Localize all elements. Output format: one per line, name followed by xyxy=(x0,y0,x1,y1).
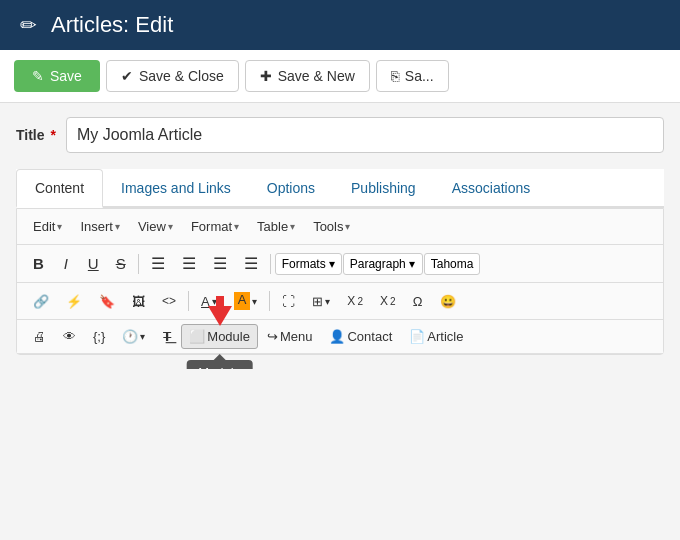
font-dropdown[interactable]: Tahoma xyxy=(424,253,481,275)
preview-button[interactable]: 👁 xyxy=(55,324,84,349)
tab-images-links[interactable]: Images and Links xyxy=(103,169,249,208)
menu-tools[interactable]: Tools ▾ xyxy=(305,215,358,238)
editor-toolbar-1: B I U S ☰ ☰ ☰ ☰ Formats ▾ Paragraph ▾ Ta… xyxy=(17,245,663,283)
content-area: Title * Content Images and Links Options… xyxy=(0,103,680,369)
tab-options[interactable]: Options xyxy=(249,169,333,208)
clear-format-button[interactable]: T͟ xyxy=(154,325,180,349)
save-new-button[interactable]: ✚ Save & New xyxy=(245,60,370,92)
title-label: Title * xyxy=(16,127,56,143)
superscript-button[interactable]: X2 xyxy=(372,289,404,313)
toolbar-separator-1 xyxy=(138,254,139,274)
menu-insert-icon: ↪ xyxy=(267,329,278,344)
plus-icon: ✚ xyxy=(260,68,272,84)
table-chevron-icon: ▾ xyxy=(290,221,295,232)
align-left-button[interactable]: ☰ xyxy=(143,249,173,278)
bg-color-button[interactable]: A ▾ xyxy=(226,287,266,315)
edit-icon: ✏ xyxy=(20,13,37,37)
module-btn-wrapper: ⬜ Module Module xyxy=(181,324,258,349)
menu-insert[interactable]: Insert ▾ xyxy=(72,215,128,238)
editor-menubar: Edit ▾ Insert ▾ View ▾ Format ▾ Table ▾ … xyxy=(17,209,663,245)
print-button[interactable]: 🖨 xyxy=(25,324,54,349)
save-button[interactable]: ✎ Save xyxy=(14,60,100,92)
copy-icon: ⎘ xyxy=(391,68,399,84)
module-tooltip: Module xyxy=(186,360,253,369)
table-grid-chevron-icon: ▾ xyxy=(325,296,330,307)
datetime-button[interactable]: 🕐 ▾ xyxy=(114,324,153,349)
article-icon: 📄 xyxy=(409,329,425,344)
image-button[interactable]: 🖼 xyxy=(124,289,153,314)
bg-color-chevron-icon: ▾ xyxy=(252,296,257,307)
code-button[interactable]: <> xyxy=(154,289,184,313)
toolbar-separator-2 xyxy=(270,254,271,274)
module-button[interactable]: ⬜ Module xyxy=(181,324,258,349)
editor-toolbar-3: 🖨 👁 {;} 🕐 ▾ T͟ ⬜ Module xyxy=(17,320,663,354)
unlink-button[interactable]: ⚡ xyxy=(58,289,90,314)
menu-view[interactable]: View ▾ xyxy=(130,215,181,238)
toolbar-separator-3 xyxy=(188,291,189,311)
main-toolbar: ✎ Save ✔ Save & Close ✚ Save & New ⎘ Sa.… xyxy=(0,50,680,103)
article-button[interactable]: 📄 Article xyxy=(401,324,471,349)
formats-chevron-icon: ▾ xyxy=(329,257,335,271)
special-char-button[interactable]: Ω xyxy=(405,289,431,314)
title-row: Title * xyxy=(16,117,664,153)
italic-button[interactable]: I xyxy=(53,250,79,277)
edit-chevron-icon: ▾ xyxy=(57,221,62,232)
bookmark-button[interactable]: 🔖 xyxy=(91,289,123,314)
datetime-chevron-icon: ▾ xyxy=(140,331,145,342)
link-button[interactable]: 🔗 xyxy=(25,289,57,314)
contact-button[interactable]: 👤 Contact xyxy=(321,324,400,349)
menu-insert-button[interactable]: ↪ Menu xyxy=(259,324,321,349)
bold-button[interactable]: B xyxy=(25,250,52,277)
tools-chevron-icon: ▾ xyxy=(345,221,350,232)
align-justify-button[interactable]: ☰ xyxy=(236,249,266,278)
menu-format[interactable]: Format ▾ xyxy=(183,215,247,238)
format-chevron-icon: ▾ xyxy=(234,221,239,232)
table-grid-button[interactable]: ⊞ ▾ xyxy=(304,289,338,314)
font-color-button[interactable]: A ▾ xyxy=(193,289,225,314)
contact-icon: 👤 xyxy=(329,329,345,344)
paragraph-chevron-icon: ▾ xyxy=(409,257,415,271)
toolbar-separator-4 xyxy=(269,291,270,311)
align-right-button[interactable]: ☰ xyxy=(205,249,235,278)
paragraph-dropdown[interactable]: Paragraph ▾ xyxy=(343,253,423,275)
tab-publishing[interactable]: Publishing xyxy=(333,169,434,208)
subscript-button[interactable]: X2 xyxy=(339,289,371,313)
tabs-container: Content Images and Links Options Publish… xyxy=(16,169,664,208)
code-block-button[interactable]: {;} xyxy=(85,324,113,349)
align-center-button[interactable]: ☰ xyxy=(174,249,204,278)
underline-button[interactable]: U xyxy=(80,250,107,277)
editor-container: Edit ▾ Insert ▾ View ▾ Format ▾ Table ▾ … xyxy=(16,208,664,355)
formats-dropdown[interactable]: Formats ▾ xyxy=(275,253,342,275)
save-close-button[interactable]: ✔ Save & Close xyxy=(106,60,239,92)
menu-edit[interactable]: Edit ▾ xyxy=(25,215,70,238)
tab-content[interactable]: Content xyxy=(16,169,103,208)
header-bar: ✏ Articles: Edit xyxy=(0,0,680,50)
strikethrough-button[interactable]: S xyxy=(108,250,134,277)
fullscreen-button[interactable]: ⛶ xyxy=(274,289,303,314)
editor-toolbar-2: 🔗 ⚡ 🔖 🖼 <> A ▾ A ▾ ⛶ ⊞ ▾ X2 X2 Ω 😀 xyxy=(17,283,663,320)
check-icon: ✔ xyxy=(121,68,133,84)
menu-table[interactable]: Table ▾ xyxy=(249,215,303,238)
save-copy-button[interactable]: ⎘ Sa... xyxy=(376,60,449,92)
insert-chevron-icon: ▾ xyxy=(115,221,120,232)
save-icon: ✎ xyxy=(32,68,44,84)
view-chevron-icon: ▾ xyxy=(168,221,173,232)
title-input[interactable] xyxy=(66,117,664,153)
color-chevron-icon: ▾ xyxy=(212,296,217,307)
module-icon: ⬜ xyxy=(189,329,205,344)
emoji-button[interactable]: 😀 xyxy=(432,289,464,314)
page-title: Articles: Edit xyxy=(51,12,173,38)
tab-associations[interactable]: Associations xyxy=(434,169,549,208)
